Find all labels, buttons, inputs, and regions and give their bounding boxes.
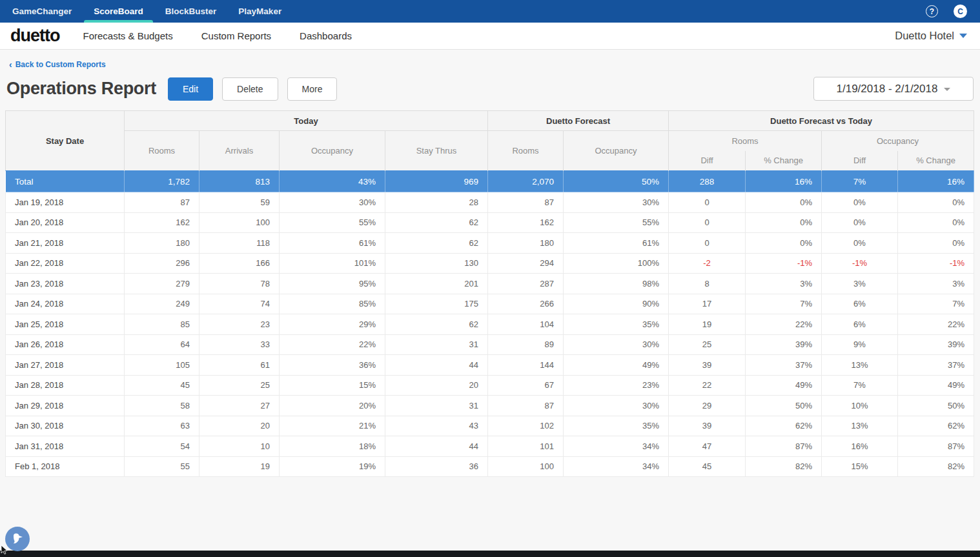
stay-date-cell: Jan 28, 2018 bbox=[6, 375, 125, 396]
value-cell: 3% bbox=[822, 274, 898, 294]
value-cell: 61 bbox=[199, 355, 280, 376]
value-cell: 31 bbox=[385, 396, 488, 416]
value-cell: 101% bbox=[280, 253, 385, 274]
value-cell: 9% bbox=[822, 334, 898, 355]
value-cell: 95% bbox=[280, 274, 385, 294]
value-cell: 30% bbox=[564, 334, 669, 355]
value-cell: 44 bbox=[385, 355, 488, 376]
tab-playmaker[interactable]: PlayMaker bbox=[227, 0, 292, 23]
value-cell: 16% bbox=[898, 171, 974, 192]
value-cell: 0% bbox=[822, 212, 898, 233]
value-cell: 13% bbox=[822, 416, 898, 436]
column-header-today-arrivals[interactable]: Arrivals bbox=[199, 131, 280, 171]
value-cell: 130 bbox=[385, 253, 488, 274]
stay-date-cell: Jan 19, 2018 bbox=[6, 192, 125, 213]
chat-widget-button[interactable] bbox=[5, 527, 30, 551]
tab-blockbuster[interactable]: BlockBuster bbox=[154, 0, 228, 23]
value-cell: 87% bbox=[746, 436, 822, 457]
value-cell: 7% bbox=[746, 294, 822, 314]
value-cell: 35% bbox=[564, 416, 669, 436]
value-cell: 45 bbox=[125, 375, 199, 396]
value-cell: 3% bbox=[898, 274, 974, 294]
hotel-selector[interactable]: Duetto Hotel bbox=[895, 30, 967, 42]
bottom-bar bbox=[0, 551, 980, 557]
nav-item-dashboards[interactable]: Dashboards bbox=[300, 30, 352, 41]
value-cell: 20% bbox=[280, 396, 385, 416]
chevron-down-icon bbox=[944, 88, 950, 91]
value-cell: 30% bbox=[564, 192, 669, 213]
column-header-occupancy-diff[interactable]: Diff bbox=[822, 151, 898, 171]
edit-button[interactable]: Edit bbox=[168, 77, 213, 101]
value-cell: 101 bbox=[488, 436, 564, 457]
value-cell: 10 bbox=[199, 436, 280, 457]
column-header-today-stay-thrus[interactable]: Stay Thrus bbox=[385, 131, 488, 171]
value-cell: 20 bbox=[385, 375, 488, 396]
value-cell: 104 bbox=[488, 314, 564, 335]
table-row: Jan 30, 2018632021%4310235%3962%13%62% bbox=[6, 416, 974, 436]
column-header-forecast-rooms[interactable]: Rooms bbox=[488, 131, 564, 171]
value-cell: 82% bbox=[898, 456, 974, 477]
chat-bird-icon bbox=[10, 532, 25, 546]
column-header-today-occupancy[interactable]: Occupancy bbox=[280, 131, 385, 171]
value-cell: 39 bbox=[669, 416, 746, 436]
value-cell: 288 bbox=[669, 171, 746, 192]
stay-date-cell: Jan 23, 2018 bbox=[6, 274, 125, 294]
column-header-today-rooms[interactable]: Rooms bbox=[125, 131, 199, 171]
value-cell: 49% bbox=[564, 355, 669, 376]
value-cell: 87 bbox=[488, 396, 564, 416]
stay-date-cell: Jan 29, 2018 bbox=[6, 396, 125, 416]
help-icon[interactable]: ? bbox=[926, 5, 938, 17]
date-range-picker[interactable]: 1/19/2018 - 2/1/2018 bbox=[813, 77, 974, 101]
column-header-rooms-diff[interactable]: Diff bbox=[669, 151, 746, 171]
value-cell: -1% bbox=[822, 253, 898, 274]
value-cell: 7% bbox=[898, 294, 974, 314]
column-header-occupancy-pct-change[interactable]: % Change bbox=[898, 151, 974, 171]
value-cell: 49% bbox=[746, 375, 822, 396]
tab-gamechanger[interactable]: GameChanger bbox=[1, 0, 83, 23]
value-cell: 3% bbox=[746, 274, 822, 294]
tab-scoreboard[interactable]: ScoreBoard bbox=[83, 0, 154, 23]
value-cell: 87% bbox=[898, 436, 974, 457]
value-cell: 7% bbox=[822, 171, 898, 192]
value-cell: 31 bbox=[385, 334, 488, 355]
more-button[interactable]: More bbox=[287, 77, 338, 101]
nav-item-custom-reports[interactable]: Custom Reports bbox=[201, 30, 271, 41]
column-header-rooms-pct-change[interactable]: % Change bbox=[746, 151, 822, 171]
duetto-logo[interactable]: duetto bbox=[10, 26, 59, 46]
avatar[interactable]: C bbox=[954, 5, 967, 18]
value-cell: 0 bbox=[669, 233, 746, 254]
value-cell: 0% bbox=[898, 233, 974, 254]
value-cell: 44 bbox=[385, 436, 488, 457]
back-to-custom-reports-link[interactable]: ‹ Back to Custom Reports bbox=[9, 60, 106, 69]
value-cell: 61% bbox=[280, 233, 385, 254]
value-cell: 6% bbox=[822, 294, 898, 314]
value-cell: 67 bbox=[488, 375, 564, 396]
column-header-forecast-occupancy[interactable]: Occupancy bbox=[564, 131, 669, 171]
date-range-value: 1/19/2018 - 2/1/2018 bbox=[837, 83, 938, 96]
value-cell: 62 bbox=[385, 233, 488, 254]
value-cell: 55% bbox=[280, 212, 385, 233]
value-cell: 87 bbox=[125, 192, 199, 213]
mouse-cursor bbox=[1, 545, 8, 557]
value-cell: 39% bbox=[746, 334, 822, 355]
value-cell: 0 bbox=[669, 192, 746, 213]
value-cell: 55% bbox=[564, 212, 669, 233]
value-cell: 22% bbox=[280, 334, 385, 355]
value-cell: 7% bbox=[822, 375, 898, 396]
value-cell: 36% bbox=[280, 355, 385, 376]
value-cell: 0% bbox=[898, 212, 974, 233]
value-cell: -2 bbox=[669, 253, 746, 274]
back-link-label: Back to Custom Reports bbox=[15, 60, 106, 69]
delete-button[interactable]: Delete bbox=[222, 77, 278, 101]
value-cell: 47 bbox=[669, 436, 746, 457]
value-cell: 43% bbox=[280, 171, 385, 192]
stay-date-cell: Jan 24, 2018 bbox=[6, 294, 125, 314]
value-cell: 78 bbox=[199, 274, 280, 294]
column-header-stay-date[interactable]: Stay Date bbox=[6, 111, 125, 171]
value-cell: 50% bbox=[898, 396, 974, 416]
value-cell: 0% bbox=[746, 212, 822, 233]
value-cell: 21% bbox=[280, 416, 385, 436]
column-subgroup-vs-occupancy: Occupancy bbox=[822, 131, 974, 151]
nav-item-forecasts-budgets[interactable]: Forecasts & Budgets bbox=[83, 30, 172, 41]
value-cell: 969 bbox=[385, 171, 488, 192]
